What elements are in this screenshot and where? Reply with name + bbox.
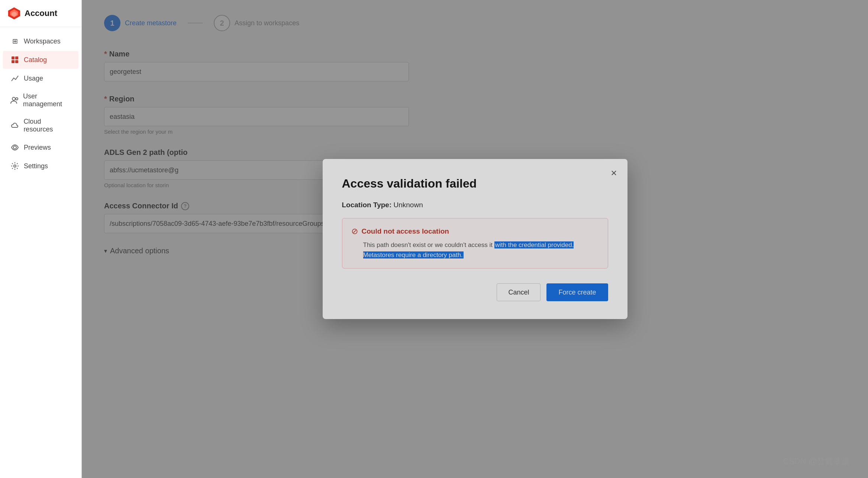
svg-point-8: [16, 98, 18, 100]
svg-rect-6: [15, 60, 18, 63]
sidebar-item-cloud-resources[interactable]: Cloud resources: [3, 113, 78, 138]
previews-icon: [10, 143, 19, 152]
sidebar-item-label-cloud-resources: Cloud resources: [23, 118, 71, 133]
error-box: ⊘ Could not access location This path do…: [342, 218, 608, 269]
sidebar-item-workspaces[interactable]: ⊞ Workspaces: [3, 32, 78, 50]
sidebar-item-label-previews: Previews: [24, 144, 51, 152]
error-title: Could not access location: [362, 227, 449, 235]
sidebar-item-usage[interactable]: Usage: [3, 69, 78, 87]
cloud-resources-icon: [10, 121, 19, 130]
access-validation-modal: × Access validation failed Location Type…: [323, 159, 627, 319]
error-message-start: This path doesn't exist or we couldn't a…: [363, 241, 494, 248]
error-message: This path doesn't exist or we couldn't a…: [351, 240, 599, 260]
sidebar-item-label-workspaces: Workspaces: [24, 38, 61, 45]
error-header: ⊘ Could not access location: [351, 227, 599, 236]
sidebar-item-user-management[interactable]: User management: [3, 88, 78, 113]
location-type-key: Location Type:: [342, 201, 392, 209]
svg-rect-3: [12, 56, 14, 59]
sidebar-item-previews[interactable]: Previews: [3, 139, 78, 156]
modal-close-button[interactable]: ×: [611, 168, 617, 178]
modal-title: Access validation failed: [342, 177, 608, 191]
workspaces-icon: ⊞: [10, 37, 19, 46]
svg-point-10: [14, 165, 16, 167]
sidebar-nav: ⊞ Workspaces Catalog Usage: [0, 27, 81, 478]
error-icon: ⊘: [351, 227, 358, 236]
sidebar-logo: Account: [0, 0, 81, 27]
usage-icon: [10, 74, 19, 83]
sidebar: Account ⊞ Workspaces Catalog: [0, 0, 82, 478]
sidebar-item-catalog[interactable]: Catalog: [3, 51, 78, 69]
cancel-button[interactable]: Cancel: [497, 283, 541, 301]
location-type-value: Unknown: [394, 201, 423, 209]
settings-icon: [10, 162, 19, 170]
svg-point-7: [12, 97, 15, 100]
svg-rect-5: [12, 60, 14, 63]
sidebar-item-settings[interactable]: Settings: [3, 157, 78, 175]
sidebar-item-label-catalog: Catalog: [24, 56, 47, 64]
sidebar-item-label-user-management: User management: [23, 92, 71, 108]
location-type-row: Location Type: Unknown: [342, 201, 608, 209]
sidebar-title: Account: [25, 9, 57, 18]
sidebar-item-label-usage: Usage: [24, 75, 43, 82]
svg-rect-4: [15, 56, 18, 59]
force-create-button[interactable]: Force create: [546, 283, 608, 301]
logo-icon: [7, 7, 21, 20]
svg-point-9: [13, 146, 16, 149]
modal-overlay: × Access validation failed Location Type…: [82, 0, 868, 478]
catalog-icon: [10, 55, 19, 64]
user-management-icon: [10, 96, 19, 105]
main-content: 1 Create metastore 2 Assign to workspace…: [82, 0, 868, 478]
sidebar-item-label-settings: Settings: [24, 162, 48, 170]
modal-footer: Cancel Force create: [342, 283, 608, 301]
